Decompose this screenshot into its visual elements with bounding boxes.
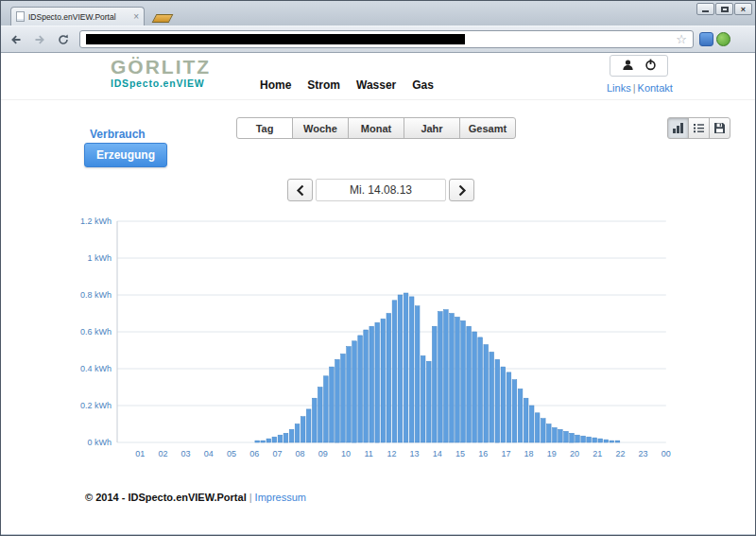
chart-bar[interactable] xyxy=(272,437,277,442)
chart-bar[interactable] xyxy=(358,336,363,442)
period-tab-monat[interactable]: Monat xyxy=(348,117,404,139)
chart-bar[interactable] xyxy=(553,427,558,442)
chart-bar[interactable] xyxy=(330,367,335,442)
chart-bar[interactable] xyxy=(472,332,477,442)
period-tab-tag[interactable]: Tag xyxy=(236,117,293,139)
chart-bar[interactable] xyxy=(301,417,305,442)
links-link[interactable]: Links xyxy=(607,82,631,94)
sidebar-item-erzeugung[interactable]: Erzeugung xyxy=(84,143,167,167)
chart-bar[interactable] xyxy=(478,337,483,442)
period-tab-jahr[interactable]: Jahr xyxy=(404,117,460,139)
extension-icon-blue[interactable] xyxy=(699,32,713,46)
chart-bar[interactable] xyxy=(518,389,523,442)
chart-bar[interactable] xyxy=(432,326,437,442)
chart-bar[interactable] xyxy=(587,437,592,442)
chart-bar[interactable] xyxy=(501,367,506,442)
chart-bar[interactable] xyxy=(524,398,528,442)
chart-bar[interactable] xyxy=(426,361,431,442)
chart-bar[interactable] xyxy=(558,429,563,442)
chart-bar[interactable] xyxy=(421,355,425,442)
bookmark-star-icon[interactable]: ☆ xyxy=(676,33,687,45)
chart-bar[interactable] xyxy=(387,314,391,443)
window-maximize-button[interactable] xyxy=(715,3,733,15)
chart-bar[interactable] xyxy=(369,326,374,442)
user-icon[interactable] xyxy=(622,58,634,75)
kontakt-link[interactable]: Kontakt xyxy=(638,82,673,94)
chart-bar[interactable] xyxy=(266,439,271,442)
chart-bar[interactable] xyxy=(450,314,455,443)
chart-bar[interactable] xyxy=(615,441,620,442)
chart-bar[interactable] xyxy=(255,441,260,442)
chart-bar[interactable] xyxy=(598,439,603,442)
chart-bar[interactable] xyxy=(529,406,534,442)
address-bar[interactable]: ☆ xyxy=(79,30,694,48)
reload-button[interactable] xyxy=(53,29,74,50)
chart-bar[interactable] xyxy=(347,347,352,442)
chart-bar[interactable] xyxy=(438,312,443,442)
chart-bar[interactable] xyxy=(392,301,397,442)
chart-bar[interactable] xyxy=(535,413,540,442)
chart-bar[interactable] xyxy=(484,345,489,442)
period-tab-gesamt[interactable]: Gesamt xyxy=(459,117,516,139)
chart-bar[interactable] xyxy=(284,433,288,442)
period-tab-woche[interactable]: Woche xyxy=(292,117,349,139)
next-day-button[interactable] xyxy=(449,179,474,201)
back-button[interactable] xyxy=(6,29,26,50)
impressum-link[interactable]: Impressum xyxy=(255,492,306,503)
tab-close-icon[interactable]: × xyxy=(133,12,139,22)
chart-bar[interactable] xyxy=(381,319,386,442)
chart-bar[interactable] xyxy=(593,438,597,442)
chart-bar[interactable] xyxy=(289,429,294,442)
chart-bar[interactable] xyxy=(335,359,340,442)
chart-bar[interactable] xyxy=(404,293,408,442)
nav-item-wasser[interactable]: Wasser xyxy=(356,78,396,92)
chart-bar[interactable] xyxy=(490,352,494,442)
chart-bar[interactable] xyxy=(261,441,266,442)
chart-bar[interactable] xyxy=(324,376,329,442)
sidebar-item-verbrauch[interactable]: Verbrauch xyxy=(90,128,146,141)
extension-icon-green[interactable] xyxy=(716,32,730,46)
chart-bar[interactable] xyxy=(581,436,586,442)
chart-bar[interactable] xyxy=(546,424,551,443)
new-tab-button[interactable] xyxy=(152,14,174,23)
save-button[interactable] xyxy=(709,117,730,139)
chart-bar[interactable] xyxy=(295,424,300,443)
chart-bar[interactable] xyxy=(467,326,472,442)
window-minimize-button[interactable] xyxy=(696,3,714,15)
nav-item-strom[interactable]: Strom xyxy=(307,78,340,92)
chart-bar[interactable] xyxy=(461,320,466,442)
chart-bar[interactable] xyxy=(306,409,311,442)
forward-button[interactable] xyxy=(29,29,50,50)
chart-bar[interactable] xyxy=(318,388,322,443)
window-close-button[interactable]: × xyxy=(734,3,752,15)
chart-bar[interactable] xyxy=(564,431,569,442)
chart-bar[interactable] xyxy=(455,317,460,442)
site-logo[interactable]: GÖRLITZ IDSpecto.enVIEW xyxy=(111,57,211,89)
chart-bar[interactable] xyxy=(444,310,449,442)
chart-bar[interactable] xyxy=(364,330,369,442)
chart-bar[interactable] xyxy=(507,372,511,442)
prev-day-button[interactable] xyxy=(287,179,313,201)
chart-view-button[interactable] xyxy=(667,117,689,139)
chart-bar[interactable] xyxy=(604,440,609,442)
chart-bar[interactable] xyxy=(415,306,420,442)
chart-bar[interactable] xyxy=(495,359,500,442)
nav-item-gas[interactable]: Gas xyxy=(412,78,434,92)
chart-bar[interactable] xyxy=(610,441,614,442)
chart-bar[interactable] xyxy=(570,433,575,442)
chart-bar[interactable] xyxy=(398,295,403,442)
chart-bar[interactable] xyxy=(312,398,317,442)
chart-bar[interactable] xyxy=(375,322,380,442)
chart-bar[interactable] xyxy=(512,380,517,442)
browser-tab[interactable]: IDSpecto.enVIEW.Portal × xyxy=(10,7,145,26)
chart-bar[interactable] xyxy=(409,297,414,442)
chart-bar[interactable] xyxy=(576,435,580,442)
chart-bar[interactable] xyxy=(541,419,545,442)
chart-bar[interactable] xyxy=(341,354,346,442)
y-axis-label: 1 kWh xyxy=(87,253,112,263)
table-view-button[interactable] xyxy=(688,117,710,139)
nav-item-home[interactable]: Home xyxy=(260,78,291,92)
chart-bar[interactable] xyxy=(352,341,357,442)
chart-bar[interactable] xyxy=(278,435,283,442)
power-icon[interactable] xyxy=(644,58,657,75)
